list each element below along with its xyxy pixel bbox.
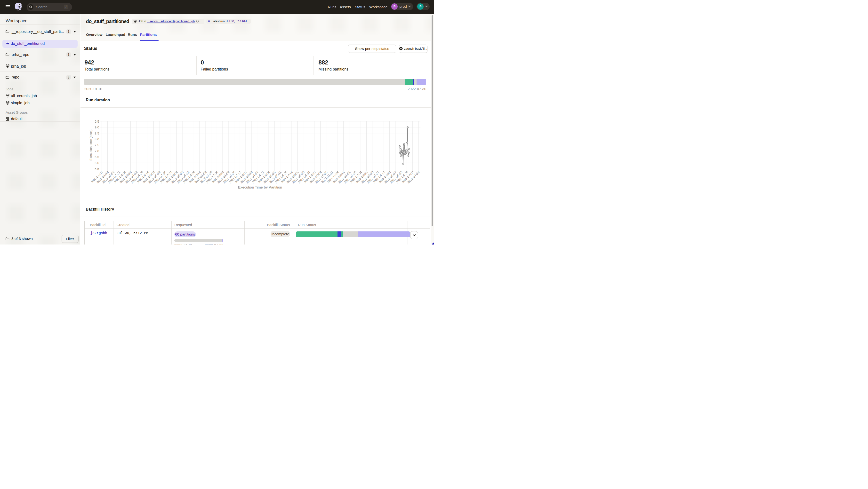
- svg-text:7.0: 7.0: [95, 149, 99, 153]
- svg-text:Execution Time by Partition: Execution Time by Partition: [238, 185, 282, 189]
- svg-text:9.0: 9.0: [95, 126, 99, 129]
- svg-text:Execution time (secs): Execution time (secs): [89, 129, 93, 161]
- svg-text:6.0: 6.0: [95, 161, 99, 165]
- svg-text:9.5: 9.5: [95, 120, 99, 123]
- svg-text:6.5: 6.5: [95, 155, 99, 159]
- svg-text:8.0: 8.0: [95, 137, 99, 141]
- svg-text:7.5: 7.5: [95, 143, 99, 147]
- svg-text:8.5: 8.5: [95, 131, 99, 135]
- svg-text:5.5: 5.5: [95, 167, 99, 171]
